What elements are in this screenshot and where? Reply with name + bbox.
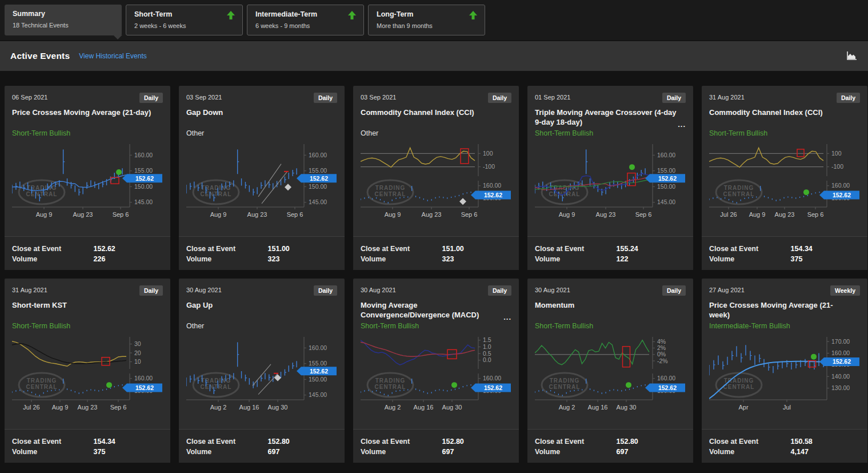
- event-chart-area: TRADINGCENTRAL100-100160.00150.00152.62J…: [709, 143, 860, 228]
- volume-value: 697: [442, 448, 511, 456]
- svg-text:CENTRAL: CENTRAL: [201, 191, 232, 197]
- volume-row: Volume697: [361, 448, 511, 456]
- event-card[interactable]: 30 Aug 2021DailyGap UpOtherTRADINGCENTRA…: [179, 279, 345, 463]
- trading-central-watermark: TRADINGCENTRAL: [193, 373, 239, 397]
- volume-value: 323: [442, 255, 511, 263]
- tab-short-term[interactable]: Short-Term 2 weeks - 6 weeks: [126, 5, 243, 35]
- event-mini-chart: TRADINGCENTRAL160.00155.00150.00145.0015…: [12, 143, 163, 226]
- current-price-tag: 152.62: [471, 383, 511, 392]
- svg-text:Aug 23: Aug 23: [596, 211, 616, 218]
- svg-text:TRADING: TRADING: [375, 185, 406, 191]
- close-at-event-value: 154.34: [791, 245, 860, 253]
- current-price-tag: 152.62: [819, 190, 859, 199]
- svg-text:152.62: 152.62: [135, 384, 154, 391]
- svg-text:CENTRAL: CENTRAL: [26, 384, 58, 390]
- svg-text:155.00: 155.00: [309, 360, 327, 367]
- svg-text:145.00: 145.00: [134, 198, 153, 205]
- volume-label: Volume: [186, 255, 268, 263]
- up-arrow-icon: [469, 11, 478, 22]
- periodicity-badge: Daily: [662, 285, 686, 296]
- more-ellipsis-icon[interactable]: ...: [678, 120, 686, 129]
- area-chart-icon[interactable]: [845, 51, 858, 61]
- more-ellipsis-icon[interactable]: ...: [503, 312, 511, 322]
- svg-text:-100: -100: [831, 163, 843, 170]
- event-green-dot: [803, 189, 809, 195]
- current-price-tag: 152.62: [645, 174, 685, 182]
- event-card[interactable]: 31 Aug 2021DailyCommodity Channel Index …: [702, 86, 867, 270]
- event-card-body: 30 Aug 2021DailyMomentumShort-Term Bulli…: [527, 279, 693, 421]
- periodicity-badge: Daily: [139, 285, 163, 296]
- close-at-event-row: Close at Event154.34: [12, 438, 163, 446]
- event-classification: Other: [186, 322, 337, 332]
- volume-row: Volume697: [186, 448, 337, 456]
- trading-central-watermark: TRADINGCENTRAL: [193, 180, 239, 204]
- tab-intermediate-term[interactable]: Intermediate-Term 6 weeks - 9 months: [247, 5, 364, 35]
- current-price-tag: 152.62: [297, 367, 337, 375]
- up-arrow-icon: [226, 11, 235, 22]
- event-date: 30 Aug 2021: [186, 285, 222, 293]
- volume-value: 375: [791, 255, 860, 263]
- svg-text:152.62: 152.62: [310, 368, 328, 375]
- event-card[interactable]: 30 Aug 2021DailyMoving Average Convergen…: [353, 279, 519, 463]
- tab-subtitle: 2 weeks - 6 weeks: [134, 22, 234, 29]
- event-card-header: 01 Sep 2021Daily: [535, 93, 686, 103]
- current-price-tag: 152.62: [122, 174, 162, 182]
- event-stats: Close at Event152.62Volume226: [5, 236, 170, 270]
- volume-value: 4,147: [791, 448, 860, 456]
- svg-text:Aug 2: Aug 2: [385, 404, 401, 411]
- svg-text:Aug 16: Aug 16: [588, 404, 608, 411]
- event-date: 31 Aug 2021: [12, 285, 47, 293]
- event-title: Moving Average Convergence/Divergence (M…: [361, 300, 511, 321]
- svg-text:Aug 9: Aug 9: [749, 211, 766, 218]
- tab-subtitle: 18 Technical Events: [13, 22, 114, 29]
- volume-value: 697: [268, 448, 337, 456]
- event-classification: Short-Term Bullish: [709, 129, 860, 140]
- event-chart-area: TRADINGCENTRAL100-100160.00150.00152.62A…: [361, 143, 511, 228]
- svg-text:Aug 9: Aug 9: [210, 211, 227, 218]
- svg-text:152.62: 152.62: [658, 175, 677, 182]
- event-card[interactable]: 30 Aug 2021DailyMomentumShort-Term Bulli…: [527, 279, 693, 463]
- event-stats: Close at Event150.58Volume4,147: [702, 429, 867, 463]
- event-card-header: 31 Aug 2021Daily: [12, 285, 163, 296]
- close-at-event-row: Close at Event152.80: [535, 438, 686, 446]
- tab-title: Short-Term: [134, 10, 234, 18]
- trading-central-watermark: TRADINGCENTRAL: [716, 180, 762, 204]
- svg-text:100: 100: [831, 150, 842, 157]
- event-card-body: 31 Aug 2021DailyCommodity Channel Index …: [702, 86, 867, 228]
- close-at-event-label: Close at Event: [535, 438, 617, 446]
- view-historical-events-link[interactable]: View Historical Events: [79, 52, 147, 60]
- event-title: Commodity Channel Index (CCI): [709, 108, 860, 128]
- svg-text:Aug 9: Aug 9: [36, 211, 53, 218]
- event-mini-chart: TRADINGCENTRAL302010160.00150.00152.62Ju…: [12, 336, 163, 419]
- svg-text:145.00: 145.00: [657, 198, 675, 205]
- event-chart-area: TRADINGCENTRAL160.00155.00150.00145.0015…: [186, 143, 337, 228]
- event-card[interactable]: 27 Aug 2021WeeklyPrice Crosses Moving Av…: [702, 279, 867, 463]
- event-classification: Short-Term Bullish: [12, 322, 163, 332]
- svg-text:152.62: 152.62: [310, 175, 328, 182]
- tab-long-term[interactable]: Long-Term More than 9 months: [368, 5, 485, 35]
- tab-summary[interactable]: Summary 18 Technical Events: [5, 5, 122, 35]
- event-chart-area: TRADINGCENTRAL160.00155.00150.00145.0015…: [535, 143, 686, 228]
- svg-text:TRADING: TRADING: [550, 377, 580, 384]
- svg-text:152.62: 152.62: [484, 384, 502, 391]
- close-at-event-value: 151.00: [268, 245, 337, 253]
- svg-text:1.0: 1.0: [483, 343, 491, 350]
- svg-text:150.00: 150.00: [309, 376, 327, 383]
- close-at-event-row: Close at Event152.80: [186, 438, 337, 446]
- volume-row: Volume697: [535, 448, 686, 456]
- current-price-tag: 152.62: [471, 190, 511, 199]
- event-card[interactable]: 06 Sep 2021DailyPrice Crosses Moving Ave…: [5, 86, 170, 270]
- close-at-event-row: Close at Event155.24: [535, 245, 686, 253]
- svg-text:160.00: 160.00: [831, 182, 850, 189]
- event-card[interactable]: 31 Aug 2021DailyShort-term KSTShort-Term…: [5, 279, 170, 463]
- event-card[interactable]: 03 Sep 2021DailyCommodity Channel Index …: [353, 86, 519, 270]
- event-chart-area: TRADINGCENTRAL302010160.00150.00152.62Ju…: [12, 336, 163, 421]
- event-chart-area: TRADINGCENTRAL170.00160.00150.00140.0013…: [709, 336, 860, 421]
- event-card[interactable]: 01 Sep 2021DailyTriple Moving Average Cr…: [527, 86, 693, 270]
- event-card[interactable]: 03 Sep 2021DailyGap DownOtherTRADINGCENT…: [179, 86, 345, 270]
- svg-text:152.62: 152.62: [833, 358, 851, 365]
- event-cards-grid: 06 Sep 2021DailyPrice Crosses Moving Ave…: [0, 71, 868, 467]
- event-card-body: 06 Sep 2021DailyPrice Crosses Moving Ave…: [5, 86, 170, 228]
- svg-text:Aug 30: Aug 30: [442, 404, 462, 411]
- trend-line: [258, 164, 281, 197]
